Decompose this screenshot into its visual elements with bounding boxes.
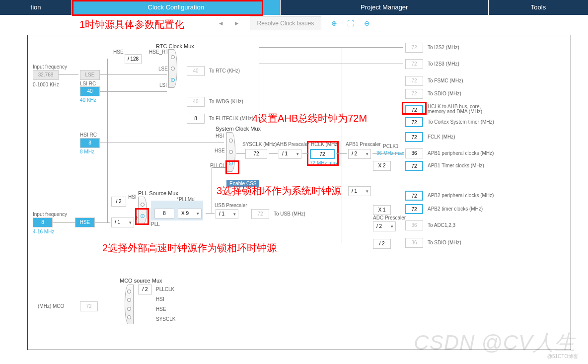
sysclk-label: SYSCLK (MHz): [242, 142, 277, 147]
fsmc-label: To FSMC (MHz): [428, 78, 463, 83]
i2s2-label: To I2S2 (MHz): [428, 45, 459, 50]
zoom-in-icon[interactable]: ⊕: [331, 19, 337, 27]
apb2-p-value: 72: [405, 191, 423, 201]
pllmul-dropdown[interactable]: X 9: [178, 209, 202, 218]
toolbar: ◄ ► Resolve Clock Issues ⊕ ⛶ ⊖: [0, 15, 588, 32]
tab-config[interactable]: tion: [0, 0, 72, 15]
apb1-t-label: APB1 Timer clocks (MHz): [428, 163, 484, 168]
lsi-rc-unit: 40 KHz: [80, 97, 96, 103]
lse-signal-label: LSE: [158, 66, 168, 72]
pll-hsi-label: HSI: [128, 194, 137, 200]
usb-value: 72: [251, 209, 269, 219]
lse-block: LSE: [80, 70, 100, 80]
usb-label: To USB (MHz): [274, 211, 305, 217]
i2s2-value: 72: [405, 43, 423, 53]
input-freq2-range: 4-16 MHz: [33, 229, 54, 234]
usb-prescaler-dropdown[interactable]: / 1: [216, 209, 238, 219]
fclk-value: 72: [405, 132, 423, 142]
mco-label: (MHz) MCO: [38, 303, 64, 309]
pclk1-label: PCLK1: [383, 144, 399, 149]
watermark: CSDN @CV人生: [414, 329, 576, 357]
apb1-x2: X 2: [373, 161, 391, 171]
enable-css[interactable]: Enable CSS: [226, 180, 259, 187]
apb1-p-label: APB1 peripheral clocks (MHz): [428, 150, 494, 156]
hclk-ahb-value: 72: [405, 105, 423, 115]
top-tabs: tion Clock Configuration Project Manager…: [0, 0, 588, 15]
input-freq2-label: Input frequency: [33, 212, 67, 217]
cortex-label: To Cortex System timer (MHz): [428, 119, 494, 125]
mco-value: 72: [80, 301, 98, 311]
i2s3-value: 72: [405, 59, 423, 69]
hclk-ahb-label2: memory and DMA (MHz): [428, 109, 482, 114]
hclk-label: HCLK (MHz): [311, 142, 339, 147]
hse-div-dropdown[interactable]: / 1: [111, 218, 134, 227]
hclk-max: 72 MHz max: [310, 160, 338, 166]
iwdg-value: 40: [187, 97, 205, 107]
div128: / 128: [125, 54, 142, 64]
mco-hse: HSE: [156, 306, 166, 312]
lsi-rc-label: LSI RC: [80, 81, 96, 86]
adc-prescaler-dropdown[interactable]: / 2: [373, 221, 396, 231]
sysclk-value: 72: [245, 149, 267, 159]
adc-value: 36: [405, 220, 423, 230]
flitf-value: 8: [187, 114, 205, 124]
rtc-output-label: To RTC (KHz): [209, 68, 240, 73]
sdio2-value: 36: [405, 238, 423, 248]
usb-prescaler-label: USB Prescaler: [215, 203, 247, 208]
sys-hsi-label: HSI: [216, 133, 224, 139]
apb1-prescaler-label: APB1 Prescaler: [346, 142, 381, 147]
hse-signal-label: HSE: [113, 49, 124, 55]
annotation-2: 2选择外部高速时钟源作为锁相环时钟源: [102, 241, 277, 255]
pllmul-label: *PLLMul: [177, 197, 196, 202]
mco-div2: / 2: [138, 285, 152, 294]
pllmul-value: 8: [154, 209, 174, 218]
tab-tools[interactable]: Tools: [489, 0, 588, 15]
flitf-label: To FLITFCLK (MHz): [209, 116, 253, 121]
apb1-t-value: 72: [405, 161, 423, 171]
pll-mux[interactable]: [138, 197, 147, 224]
apb2-t-value: 72: [405, 204, 423, 214]
hclk-value[interactable]: 72: [310, 149, 335, 159]
fclk-label: FCLK (MHz): [428, 134, 455, 140]
sys-hse-label: HSE: [215, 148, 225, 153]
mco-mux-title: MCO source Mux: [120, 278, 162, 284]
apb2-x1: X 1: [373, 205, 391, 215]
input-freq2-value[interactable]: 8: [33, 218, 53, 227]
apb1-p-value: 36: [405, 148, 423, 158]
apb1-prescaler-dropdown[interactable]: / 2: [348, 149, 371, 159]
resolve-button[interactable]: Resolve Clock Issues: [250, 16, 322, 30]
apb2-t-label: APB2 timer clocks (MHz): [428, 206, 483, 212]
sdio-div2: / 2: [373, 239, 391, 249]
tab-clock-config[interactable]: Clock Configuration: [72, 0, 280, 15]
fit-icon[interactable]: ⛶: [347, 19, 354, 27]
input-freq1-range: 0-1000 KHz: [33, 82, 59, 87]
sdio2-label: To SDIO (MHz): [428, 240, 461, 245]
mco-sysclk: SYSCLK: [156, 316, 175, 322]
watermark2: @51CTO博客: [547, 353, 578, 360]
sys-mux-title: System Clock Mux: [216, 126, 261, 132]
ahb-prescaler-label: AHB Prescaler: [277, 142, 309, 147]
mco-mux[interactable]: [125, 285, 134, 324]
sys-mux[interactable]: [226, 132, 235, 172]
nav-next-icon[interactable]: ►: [234, 20, 240, 27]
apb2-p-label: APB2 peripheral clocks (MHz): [428, 193, 494, 198]
mco-hsi: HSI: [156, 296, 164, 302]
tab-project-manager[interactable]: Project Manager: [280, 0, 489, 15]
pll-mux-title: PLL Source Mux: [138, 190, 178, 196]
iwdg-label: To IWDG (KHz): [209, 99, 243, 104]
i2s3-label: To I2S3 (MHz): [428, 61, 459, 67]
adc-label: To ADC1,2,3: [428, 222, 455, 228]
input-freq1-value[interactable]: 32.768: [33, 70, 59, 80]
sdio-value: 72: [405, 89, 423, 99]
rtc-mux-title: RTC Clock Mux: [156, 43, 194, 49]
ahb-prescaler-dropdown[interactable]: / 1: [279, 149, 301, 159]
apb2-prescaler-dropdown[interactable]: / 1: [348, 186, 371, 196]
sdio-label: To SDIO (MHz): [428, 91, 461, 96]
pll-hsi-div2: / 2: [111, 197, 126, 207]
pll-label: PLL: [151, 221, 160, 227]
nav-prev-icon[interactable]: ◄: [218, 20, 224, 27]
fsmc-value: 72: [405, 76, 423, 86]
clock-canvas: Input frequency 32.768 0-1000 KHz LSE LS…: [27, 35, 571, 350]
zoom-out-icon[interactable]: ⊖: [364, 19, 370, 27]
rtc-mux[interactable]: [168, 49, 177, 88]
